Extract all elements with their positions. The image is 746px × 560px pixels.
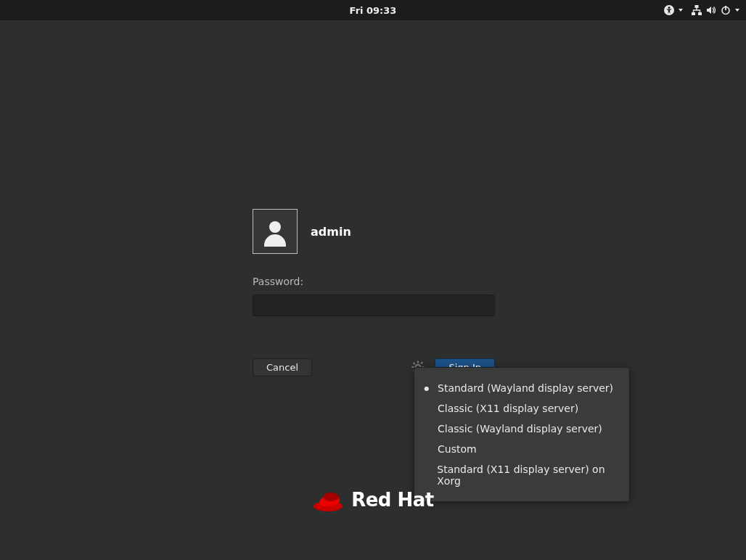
svg-rect-9 xyxy=(417,361,419,363)
svg-rect-4 xyxy=(698,12,702,15)
bullet-icon: ● xyxy=(423,385,430,392)
session-option-custom[interactable]: Custom xyxy=(414,439,629,459)
avatar xyxy=(253,209,298,254)
svg-rect-13 xyxy=(413,362,416,365)
redhat-fedora-icon xyxy=(312,487,344,512)
system-status-area[interactable] xyxy=(691,4,740,16)
password-input[interactable] xyxy=(253,295,495,316)
chevron-down-icon xyxy=(678,7,684,13)
svg-rect-15 xyxy=(421,361,424,364)
session-option-classic-wayland[interactable]: Classic (Wayland display server) xyxy=(414,419,629,439)
session-option-standard-x11-xorg[interactable]: Standard (X11 display server) on Xorg xyxy=(414,459,629,491)
clock-label[interactable]: Fri 09:33 xyxy=(350,5,397,16)
username-label: admin xyxy=(311,225,351,239)
svg-rect-2 xyxy=(695,5,699,8)
power-icon xyxy=(720,4,731,16)
network-wired-icon xyxy=(691,4,702,16)
session-option-classic-x11[interactable]: Classic (X11 display server) xyxy=(414,398,629,419)
svg-point-1 xyxy=(668,7,671,9)
cancel-button[interactable]: Cancel xyxy=(253,358,312,376)
session-option-label: Custom xyxy=(438,443,477,455)
user-row: admin xyxy=(253,209,495,254)
person-icon xyxy=(260,216,290,247)
session-option-label: Standard (X11 display server) on Xorg xyxy=(437,464,618,487)
password-label: Password: xyxy=(253,276,495,287)
session-menu: ● Standard (Wayland display server) Clas… xyxy=(414,367,630,502)
session-option-standard-wayland[interactable]: ● Standard (Wayland display server) xyxy=(414,378,629,398)
svg-point-18 xyxy=(323,493,339,501)
branding-logo: Red Hat xyxy=(0,487,746,512)
accessibility-menu-button[interactable] xyxy=(663,4,684,16)
session-option-label: Standard (Wayland display server) xyxy=(438,382,613,394)
login-panel: admin Password: Cancel xyxy=(253,209,495,377)
top-bar-right xyxy=(663,0,740,20)
accessibility-icon xyxy=(663,4,675,16)
volume-icon xyxy=(705,4,717,16)
session-option-label: Classic (X11 display server) xyxy=(438,403,578,414)
top-bar: Fri 09:33 xyxy=(0,0,746,20)
svg-rect-3 xyxy=(692,12,695,15)
svg-point-7 xyxy=(269,221,281,233)
chevron-down-icon xyxy=(734,7,740,13)
branding-text: Red Hat xyxy=(351,489,434,511)
session-option-label: Classic (Wayland display server) xyxy=(438,423,602,435)
